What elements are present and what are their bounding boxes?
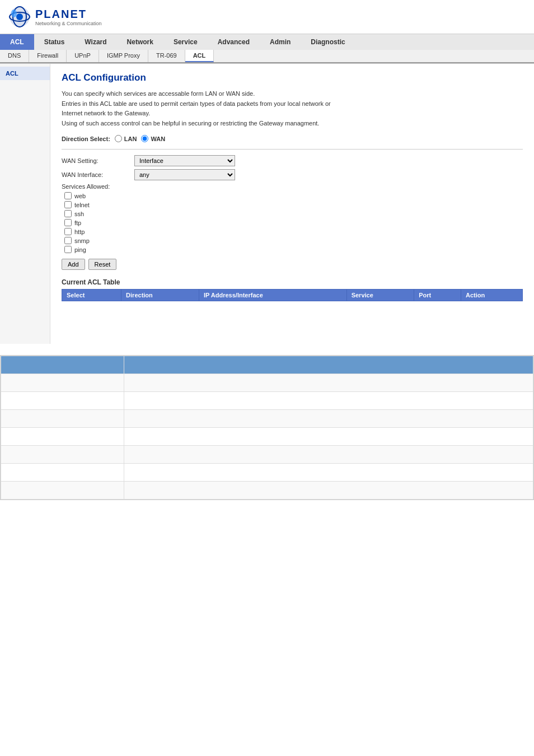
logo-text: PLANET Networking & Communication: [35, 8, 102, 26]
checkbox-http-label: http: [74, 228, 85, 235]
nav-item-service[interactable]: Service: [163, 34, 208, 50]
bottom-table-section: [0, 355, 534, 500]
direction-wan-text: WAN: [151, 136, 165, 142]
nav-item-advanced[interactable]: Advanced: [208, 34, 260, 50]
table-cell-left: [1, 374, 124, 392]
checkbox-web-input[interactable]: [64, 192, 72, 199]
table-cell-right: [124, 428, 533, 446]
btn-row: Add Reset: [62, 259, 523, 270]
main-content: ACL Configuration You can specify which …: [50, 64, 534, 344]
nav-sub-dns[interactable]: DNS: [0, 50, 29, 62]
svg-point-3: [16, 13, 23, 20]
wan-interface-label: WAN Interface:: [62, 171, 134, 178]
checkbox-telnet: telnet: [64, 201, 523, 208]
checkbox-snmp: snmp: [64, 237, 523, 244]
table-row: [1, 374, 533, 392]
checkbox-web-label: web: [74, 193, 86, 199]
table-row: [1, 446, 533, 464]
desc-line3: Internet network to the Gateway.: [62, 110, 150, 116]
direction-select-row: Direction Select: LAN WAN: [62, 135, 523, 142]
table-cell-left: [1, 410, 124, 428]
th-ip-address: IP Address/Interface: [199, 290, 347, 301]
svg-point-4: [11, 10, 17, 17]
description: You can specify which services are acces…: [62, 89, 523, 128]
th-direction: Direction: [121, 290, 199, 301]
nav-sub-tr069[interactable]: TR-069: [148, 50, 185, 62]
logo-planet-label: PLANET: [35, 8, 102, 21]
nav-sub: DNS Firewall UPnP IGMP Proxy TR-069 ACL: [0, 50, 534, 63]
checkbox-ftp: ftp: [64, 219, 523, 226]
table-title: Current ACL Table: [62, 278, 523, 286]
table-cell-right: [124, 356, 533, 374]
checkbox-http: http: [64, 228, 523, 235]
table-row: [1, 428, 533, 446]
table-header-row: Select Direction IP Address/Interface Se…: [62, 290, 523, 301]
form-section: WAN Setting: Interface WAN Interface: an…: [62, 155, 523, 253]
acl-table: Select Direction IP Address/Interface Se…: [62, 289, 523, 301]
nav-sub-upnp[interactable]: UPnP: [67, 50, 99, 62]
nav-bar: ACL Status Wizard Network Service Advanc…: [0, 34, 534, 64]
checkbox-telnet-label: telnet: [74, 202, 90, 208]
nav-item-diagnostic[interactable]: Diagnostic: [301, 34, 355, 50]
logo: PLANET Networking & Communication: [8, 6, 526, 28]
nav-item-network[interactable]: Network: [117, 34, 163, 50]
planet-logo-icon: [8, 6, 31, 28]
direction-label: Direction Select:: [62, 136, 110, 142]
nav-item-status[interactable]: Status: [34, 34, 75, 50]
checkbox-ping-label: ping: [74, 246, 86, 253]
th-select: Select: [62, 290, 121, 301]
page-layout: ACL ACL Configuration You can specify wh…: [0, 64, 534, 344]
table-cell-left: [1, 392, 124, 410]
nav-top: ACL Status Wizard Network Service Advanc…: [0, 34, 534, 50]
services-allowed-label: Services Allowed:: [62, 183, 523, 190]
table-row: [1, 464, 533, 482]
nav-sub-firewall[interactable]: Firewall: [29, 50, 67, 62]
table-cell-right: [124, 446, 533, 464]
checkbox-http-input[interactable]: [64, 228, 72, 235]
table-cell-right: [124, 392, 533, 410]
bottom-table-body: [1, 356, 533, 500]
table-cell-right: [124, 410, 533, 428]
table-cell-left: [1, 356, 124, 374]
nav-sub-igmp-proxy[interactable]: IGMP Proxy: [99, 50, 148, 62]
checkbox-snmp-input[interactable]: [64, 237, 72, 244]
bottom-table: [1, 356, 533, 500]
nav-sub-acl[interactable]: ACL: [185, 50, 214, 62]
desc-line4: Using of such access control can be help…: [62, 120, 319, 127]
wan-interface-select[interactable]: any: [134, 169, 235, 180]
th-action: Action: [461, 290, 522, 301]
direction-wan-radio[interactable]: [141, 135, 148, 142]
th-port: Port: [414, 290, 461, 301]
checkbox-ping: ping: [64, 246, 523, 253]
table-row: [1, 410, 533, 428]
th-service: Service: [346, 290, 414, 301]
direction-lan-radio[interactable]: [115, 135, 122, 142]
checkbox-ftp-input[interactable]: [64, 219, 72, 226]
table-cell-left: [1, 446, 124, 464]
checkbox-ftp-label: ftp: [74, 220, 81, 226]
sidebar-item-acl[interactable]: ACL: [0, 67, 50, 80]
direction-wan-label[interactable]: WAN: [141, 135, 165, 142]
table-section: Current ACL Table Select Direction IP Ad…: [62, 278, 523, 301]
checkbox-telnet-input[interactable]: [64, 201, 72, 208]
table-cell-left: [1, 464, 124, 482]
nav-item-wizard[interactable]: Wizard: [74, 34, 116, 50]
checkbox-web: web: [64, 192, 523, 199]
wan-setting-select[interactable]: Interface: [134, 155, 235, 166]
header: PLANET Networking & Communication: [0, 0, 534, 34]
direction-lan-label[interactable]: LAN: [115, 135, 137, 142]
direction-lan-text: LAN: [124, 136, 137, 142]
checkbox-ssh-input[interactable]: [64, 210, 72, 217]
nav-item-admin[interactable]: Admin: [260, 34, 301, 50]
reset-button[interactable]: Reset: [88, 259, 117, 270]
table-row: [1, 482, 533, 500]
table-cell-right: [124, 464, 533, 482]
add-button[interactable]: Add: [62, 259, 85, 270]
table-row: [1, 392, 533, 410]
logo-sub-label: Networking & Communication: [35, 21, 102, 26]
checkbox-ping-input[interactable]: [64, 246, 72, 253]
table-cell-right: [124, 482, 533, 500]
checkbox-ssh-label: ssh: [74, 211, 84, 217]
table-cell-left: [1, 482, 124, 500]
nav-item-acl[interactable]: ACL: [0, 34, 34, 50]
